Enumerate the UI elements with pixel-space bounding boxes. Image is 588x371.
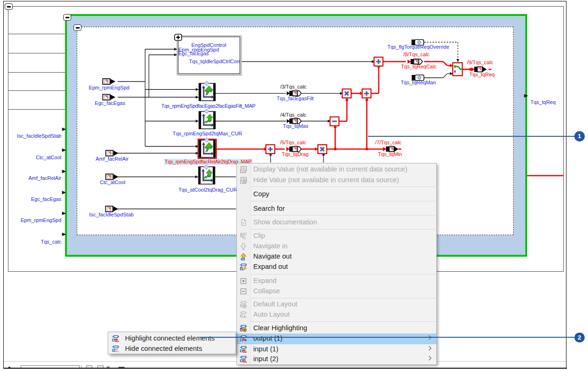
- svg-text:D: D: [243, 304, 246, 308]
- svg-text:A: A: [243, 314, 246, 319]
